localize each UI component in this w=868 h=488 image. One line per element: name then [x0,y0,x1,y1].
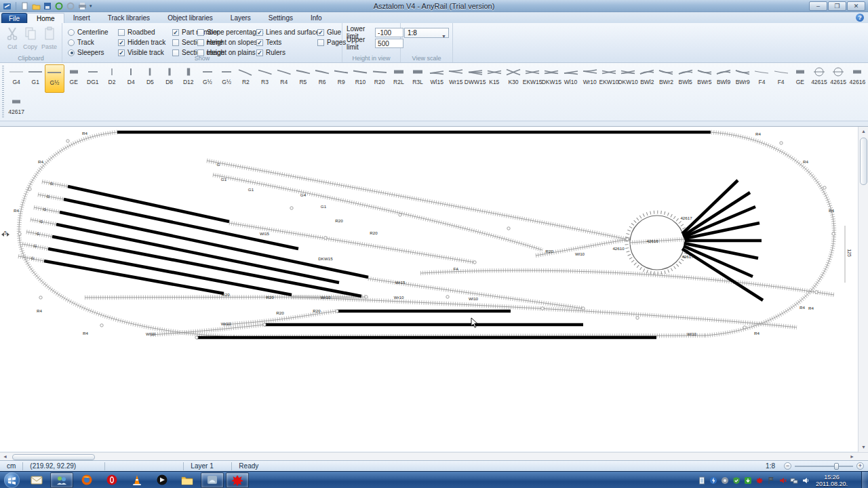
palette-item-42617[interactable]: 42617 [7,94,26,123]
tab-track-libraries[interactable]: Track libraries [99,13,159,23]
palette-item-r4[interactable]: R4 [275,64,294,93]
palette-item-42616[interactable]: 42616 [848,64,867,93]
palette-drag-handle[interactable] [2,66,4,118]
tab-insert[interactable]: Insert [64,13,99,23]
palette-item-bwl2[interactable]: BWl2 [637,64,656,93]
palette-item-g½[interactable]: G½ [45,64,64,93]
palette-item-dg1[interactable]: DG1 [83,64,102,93]
zoom-slider[interactable] [795,466,853,467]
checkbox-slope-percentages[interactable]: Slope percentages [197,27,263,37]
app-tray-icon[interactable] [755,476,764,485]
palette-item-r20[interactable]: R20 [370,64,389,93]
layer-indicator[interactable]: Layer 1 [184,462,231,470]
checkbox-pages[interactable]: Pages [317,37,346,47]
zoom-slider-thumb[interactable] [834,463,839,470]
taskbar-app-viewer[interactable] [201,472,224,488]
show-desktop-button[interactable] [861,472,868,488]
restore-button[interactable]: ❐ [828,1,846,11]
taskbar-app-firefox[interactable] [75,472,98,488]
view-scale-select[interactable]: 1:8 ▼ [404,28,449,38]
checkbox-roadbed[interactable]: Roadbed [118,27,165,37]
palette-item-r2[interactable]: R2 [236,64,255,93]
zoom-in-button[interactable]: + [856,462,864,470]
flag-icon[interactable] [767,476,775,485]
layout-canvas[interactable]: R4R4R4R4R4R4R4R4R4R4R4GGGGGGGGG1G1G4G1R2… [0,126,868,451]
palette-item-r5[interactable]: R5 [294,64,313,93]
palette-item-r2l[interactable]: R2L [389,64,408,93]
taskbar-app-vlc[interactable] [125,472,149,488]
checkbox-texts[interactable]: ✓Texts [256,37,323,47]
palette-item-42615[interactable]: 42615 [810,64,829,93]
palette-item-bwl9[interactable]: BWl9 [714,64,733,93]
palette-item-bwl5[interactable]: BWl5 [676,64,695,93]
lower-limit-input[interactable]: -100 [375,28,403,37]
taskbar-app-messenger[interactable] [50,472,73,488]
vertical-scroll-thumb[interactable] [860,138,867,185]
tab-file[interactable]: File [1,13,27,23]
palette-item-ge[interactable]: GE [64,64,83,93]
palette-item-d12[interactable]: D12 [179,64,198,93]
help-icon[interactable]: ? [856,14,864,22]
radio-track[interactable]: Track [68,37,108,47]
palette-item-ekw10[interactable]: EKW10 [599,64,618,93]
taskbar-app-mail[interactable] [25,472,48,488]
horizontal-scroll-thumb[interactable] [12,454,95,460]
palette-item-k30[interactable]: K30 [504,64,523,93]
start-button[interactable] [4,472,20,488]
palette-item-r6[interactable]: R6 [313,64,332,93]
palette-item-f4[interactable]: F4 [752,64,771,93]
palette-item-d8[interactable]: D8 [160,64,179,93]
palette-item-r3l[interactable]: R3L [408,64,427,93]
zoom-out-button[interactable]: − [784,462,791,470]
tab-object-libraries[interactable]: Object libraries [159,13,222,23]
taskbar-app-anyrail[interactable] [226,472,249,488]
palette-item-wr10[interactable]: Wr10 [580,64,599,93]
palette-item-r3[interactable]: R3 [255,64,274,93]
palette-item-ekw15[interactable]: EKW15 [523,64,542,93]
checkbox-height-on-slopes[interactable]: Height on slopes [197,37,263,47]
palette-item-wr15[interactable]: Wr15 [446,64,465,93]
tab-info[interactable]: Info [302,13,331,23]
tab-home[interactable]: Home [27,13,64,23]
palette-item-g½[interactable]: G½ [198,64,217,93]
taskbar-app-explorer[interactable] [176,472,199,488]
minimize-button[interactable]: – [809,1,827,11]
tab-layers[interactable]: Layers [222,13,260,23]
volume-alert-icon[interactable] [778,476,787,485]
palette-item-bwr2[interactable]: BWr2 [656,64,675,93]
palette-item-g1[interactable]: G1 [26,64,45,93]
palette-item-g4[interactable]: G4 [7,64,26,93]
palette-item-bwr5[interactable]: BWr5 [695,64,714,93]
scroll-up-icon[interactable]: ▲ [859,127,868,136]
radio-centerline[interactable]: Centerline [68,27,108,37]
power-icon[interactable] [709,476,717,485]
copy-button[interactable]: Copy [23,26,37,50]
volume-icon[interactable] [802,476,810,485]
taskbar-app-opera[interactable] [100,472,123,488]
palette-item-ge[interactable]: GE [791,64,810,93]
palette-item-42615[interactable]: 42615 [829,64,848,93]
palette-item-d4[interactable]: D4 [121,64,140,93]
taskbar-app-aimp[interactable] [151,472,174,488]
checkbox-hidden-track[interactable]: ✓Hidden track [118,37,165,47]
palette-item-k15[interactable]: K15 [485,64,504,93]
cut-button[interactable]: Cut [5,26,19,50]
palette-item-r10[interactable]: R10 [351,64,370,93]
checkbox-glue[interactable]: ✓Glue [317,27,346,37]
shield-icon[interactable] [732,476,741,485]
palette-item-wl10[interactable]: Wl10 [561,64,580,93]
upper-limit-input[interactable]: 500 [375,39,403,48]
palette-item-g½[interactable]: G½ [217,64,236,93]
palette-item-wl15[interactable]: Wl15 [427,64,446,93]
network-icon[interactable] [790,476,798,485]
palette-item-f4[interactable]: F4 [772,64,791,93]
palette-item-dww15[interactable]: DWW15 [466,64,485,93]
palette-item-r9[interactable]: R9 [332,64,351,93]
palette-item-dkw10[interactable]: DKW10 [618,64,637,93]
scroll-down-icon[interactable]: ▼ [859,443,868,452]
paste-button[interactable]: Paste [41,26,57,50]
palette-item-bwr9[interactable]: BWr9 [733,64,752,93]
palette-item-d5[interactable]: D5 [140,64,159,93]
vertical-scrollbar[interactable]: ▲ ▼ [858,127,868,452]
update-icon[interactable] [721,476,729,485]
